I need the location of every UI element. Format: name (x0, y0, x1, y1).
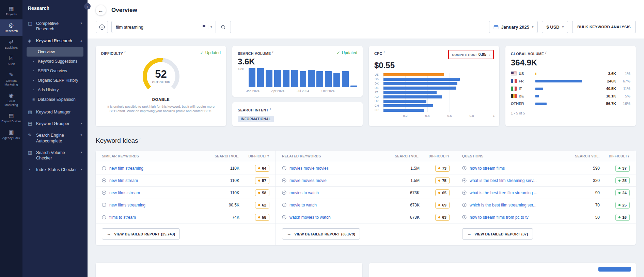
keyword-link[interactable]: how to stream films from pc to tv (462, 215, 564, 220)
rail-item-label: Local Marketing (1, 99, 22, 107)
arrow-left-icon: ← (98, 7, 104, 13)
info-icon[interactable]: i (272, 50, 273, 54)
keyword-link[interactable]: movie.to watch (282, 203, 384, 207)
add-keyword-icon[interactable] (462, 178, 467, 183)
keyword-link[interactable]: watch movies to watch (282, 215, 384, 220)
x-tick-label: 1 (493, 114, 494, 118)
add-keyword-icon[interactable] (102, 190, 106, 195)
column-header[interactable]: QUESTIONS (462, 154, 564, 158)
primary-button-partial[interactable] (598, 267, 631, 272)
keyword-link[interactable]: new films stream (102, 190, 204, 195)
difficulty-badge: 24 (615, 189, 630, 196)
difficulty-dot-icon (618, 167, 621, 169)
keyword-link[interactable]: new films streaming (102, 203, 204, 207)
column-header[interactable]: SEARCH VOL. (384, 154, 420, 158)
info-icon[interactable]: i (383, 50, 384, 54)
nav-item-ads-history[interactable]: •Ads History (27, 85, 83, 95)
column-header[interactable]: DIFFICULTY (600, 154, 630, 158)
search-volume-value: 110K (204, 190, 239, 195)
date-selector[interactable]: January 2025 ▾ (489, 21, 538, 33)
add-keyword-icon[interactable] (462, 203, 467, 207)
keyword-link[interactable]: movies to watch (282, 190, 384, 195)
global-volume-row: BE18.1K5% (511, 94, 630, 98)
nav-item-keyword-grouper[interactable]: ▤Keyword Grouper▾ (27, 118, 83, 129)
keyword-link[interactable]: new film streaming (102, 166, 204, 171)
plus-circle-icon (99, 24, 105, 30)
rail-item-report-builder[interactable]: ▤Report Builder (0, 110, 22, 126)
add-keyword-icon[interactable] (462, 166, 467, 170)
nav-item-competitive-research[interactable]: ◫Competitive Research▾ (27, 18, 83, 35)
view-detailed-report-button[interactable]: →VIEW DETAILED REPORT (36,979) (282, 228, 360, 240)
column-header[interactable]: SEARCH VOL. (564, 154, 600, 158)
keyword-link[interactable]: what is the best free film streaming ... (462, 190, 564, 195)
rail-item-label: Report Builder (1, 120, 21, 123)
keyword-search-input[interactable] (111, 21, 199, 33)
add-keyword-icon[interactable] (282, 166, 286, 170)
rail-item-agency-pack[interactable]: ▣Agency Pack (0, 126, 22, 143)
nav-item-keyword-research[interactable]: ◈Keyword Research▴ (27, 35, 83, 47)
add-keyword-icon[interactable] (282, 215, 286, 219)
add-keyword-icon[interactable] (462, 215, 467, 219)
rail-item-backlinks[interactable]: ⇄Backlinks (0, 36, 22, 53)
column-header[interactable]: RELATED KEYWORDS (282, 154, 384, 158)
pagination-label: 1 - 5 of 5 (511, 111, 630, 115)
difficulty-score-max: OUT OF 100 (152, 80, 170, 84)
nav-item-organic-serp-history[interactable]: •Organic SERP History (27, 76, 83, 85)
arrow-right-icon: → (287, 232, 291, 236)
rail-item-projects[interactable]: ▦Projects (0, 3, 22, 19)
nav-item-keyword-suggestions[interactable]: •Keyword Suggestions (27, 57, 83, 66)
keyword-link[interactable]: movies movie movies (282, 166, 384, 171)
add-keyword-icon[interactable] (102, 166, 106, 170)
info-icon[interactable]: i (269, 107, 271, 111)
rail-item-audit[interactable]: ☑Audit (0, 52, 22, 69)
rail-item-content-marketing[interactable]: ✎Content Marketing (0, 69, 22, 90)
info-icon[interactable]: i (139, 138, 140, 141)
search-button[interactable] (216, 21, 231, 33)
cpc-bar (383, 78, 460, 81)
column-header[interactable]: SEARCH VOL. (204, 154, 239, 158)
bulk-keyword-analysis-button[interactable]: BULK KEYWORD ANALYSIS (572, 21, 636, 33)
nav-item-index-status-checker[interactable]: ◔Index Status Checker▾ (27, 164, 83, 175)
keyword-link[interactable]: movie movies movie (282, 178, 384, 183)
nav-item-search-engine-autocomplete[interactable]: ✎Search Engine Autocomplete▾ (27, 129, 83, 147)
info-icon[interactable]: i (489, 53, 490, 56)
difficulty-badge: 58 (255, 214, 269, 221)
info-icon[interactable]: i (124, 50, 125, 54)
nav-item-database-expansion[interactable]: ⊞Database Expansion (27, 95, 83, 104)
keyword-link[interactable]: films to stream (102, 215, 204, 220)
difficulty-badge: 25 (615, 177, 630, 184)
add-keyword-icon[interactable] (102, 215, 106, 219)
content: DIFFICULTYi ✓Updated 52 OUT OF 100 DOABL… (88, 39, 644, 277)
keyword-link[interactable]: how to stream films (462, 166, 564, 171)
rail-item-local-marketing[interactable]: ◉Local Marketing (0, 90, 22, 110)
view-detailed-report-button[interactable]: →VIEW DETAILED REPORT (25,743) (102, 228, 180, 240)
column-header[interactable]: DIFFICULTY (420, 154, 450, 158)
back-button[interactable]: ← (96, 5, 106, 15)
nav-item-search-volume-checker[interactable]: ▥Search Volume Checker▾ (27, 147, 83, 164)
nav-item-serp-overview[interactable]: •SERP Overview (27, 66, 83, 76)
currency-selector[interactable]: $ USD ▾ (542, 21, 568, 33)
add-keyword-icon[interactable] (462, 190, 467, 195)
add-keywords-button[interactable] (96, 21, 108, 33)
add-keyword-icon[interactable] (102, 178, 106, 183)
rail-item-research[interactable]: ◎Research (0, 19, 22, 36)
keyword-ideas-title: Keyword ideasi (96, 137, 636, 144)
add-keyword-icon[interactable] (102, 203, 106, 207)
add-keyword-icon[interactable] (282, 190, 286, 195)
keyword-row: movies to watch673K65 (276, 187, 456, 199)
keyword-link[interactable]: what is the best film streaming serv... (462, 178, 564, 183)
column-header[interactable]: DIFFICULTY (239, 154, 269, 158)
country-selector[interactable]: ▾ (199, 21, 216, 33)
sidebar-collapse-button[interactable]: ‹ (84, 3, 91, 10)
local-marketing-icon: ◉ (9, 93, 14, 98)
keyword-link[interactable]: which is the best film streaming ser... (462, 203, 564, 207)
add-keyword-icon[interactable] (282, 178, 286, 183)
nav-item-keyword-manager[interactable]: ▧Keyword Manager (27, 106, 83, 118)
magnifier-icon (221, 25, 226, 30)
add-keyword-icon[interactable] (282, 203, 286, 207)
keyword-link[interactable]: new film stream (102, 178, 204, 183)
column-header[interactable]: SIMILAR KEYWORDS (102, 154, 204, 158)
view-detailed-report-button[interactable]: →VIEW DETAILED REPORT (37) (462, 228, 533, 240)
info-icon[interactable]: i (545, 51, 546, 55)
nav-item-overview[interactable]: Overview (27, 47, 83, 57)
